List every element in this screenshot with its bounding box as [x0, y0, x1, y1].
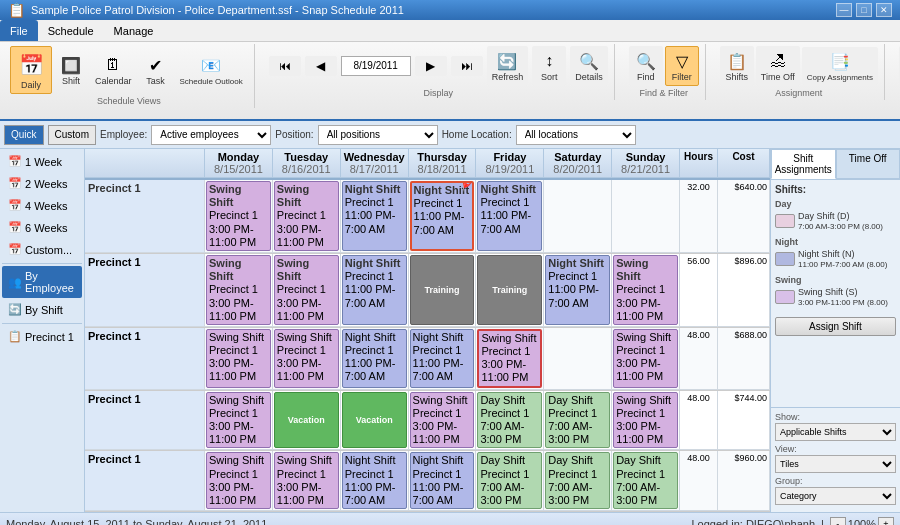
shift-mon-4[interactable]: Swing ShiftPrecinct 13:00 PM-11:00 PM	[205, 391, 273, 451]
minimize-btn[interactable]: —	[836, 3, 852, 17]
shift-thu-4[interactable]: Swing ShiftPrecinct 13:00 PM-11:00 PM	[409, 391, 477, 451]
sidebar-item-precinct1[interactable]: 📋 Precinct 1	[2, 326, 82, 347]
swing-legend-section: Swing Swing Shift (S)3:00 PM-11:00 PM (8…	[775, 275, 896, 307]
hours-3: 48.00	[680, 328, 718, 390]
shift-sat-1[interactable]	[544, 180, 612, 253]
menu-file[interactable]: File	[0, 20, 38, 41]
shift-wed-1[interactable]: Night ShiftPrecinct 111:00 PM-7:00 AM	[341, 180, 409, 253]
swing-shift-legend-item: Swing Shift (S)3:00 PM-11:00 PM (8.00)	[775, 287, 896, 307]
btn-copy-assignments[interactable]: 📑 Copy Assignments	[802, 47, 878, 86]
shift-sat-5[interactable]: Day ShiftPrecinct 17:00 AM-3:00 PM	[544, 451, 612, 511]
shift-sun-3[interactable]: Swing ShiftPrecinct 13:00 PM-11:00 PM	[612, 328, 680, 390]
position-dropdown[interactable]: All positions	[318, 125, 438, 145]
find-icon: 🔍	[634, 49, 658, 73]
schedule-grid-container: Monday 8/15/2011 Tuesday 8/16/2011 Wedne…	[85, 149, 770, 512]
shift-thu-5[interactable]: Night ShiftPrecinct 111:00 PM-7:00 AM	[409, 451, 477, 511]
btn-filter[interactable]: ▽ Filter	[665, 46, 699, 86]
group-label: Group:	[775, 476, 896, 486]
zoom-out-btn[interactable]: -	[830, 517, 846, 526]
btn-next[interactable]: ▶	[415, 56, 447, 76]
btn-details[interactable]: 🔍 Details	[570, 46, 608, 86]
btn-task[interactable]: ✔ Task	[139, 50, 173, 90]
task-icon: ✔	[144, 53, 168, 77]
group-dropdown[interactable]: Category	[775, 487, 896, 505]
shift-wed-2[interactable]: Night ShiftPrecinct 111:00 PM-7:00 AM	[341, 254, 409, 327]
employee-cell: Precinct 1	[85, 180, 205, 253]
btn-prev[interactable]: ◀	[305, 56, 337, 76]
btn-refresh[interactable]: 🔄 Refresh	[487, 46, 529, 86]
menu-schedule[interactable]: Schedule	[38, 20, 104, 41]
btn-calendar[interactable]: 🗓 Calendar	[90, 50, 137, 90]
menu-manage[interactable]: Manage	[104, 20, 164, 41]
shift-thu-3[interactable]: Night ShiftPrecinct 111:00 PM-7:00 AM	[409, 328, 477, 390]
zoom-in-btn[interactable]: +	[878, 517, 894, 526]
btn-schedule-outlook[interactable]: 📧 Schedule Outlook	[175, 51, 248, 90]
tab-time-off[interactable]: Time Off	[836, 149, 901, 179]
sidebar-item-2weeks[interactable]: 📅 2 Weeks	[2, 173, 82, 194]
sidebar-item-byemployee[interactable]: 👥 By Employee	[2, 266, 82, 298]
shift-thu-2[interactable]: Training	[409, 254, 477, 327]
daily-icon: 📅	[15, 49, 47, 81]
btn-sort[interactable]: ↕ Sort	[532, 46, 566, 86]
employee-label: Employee:	[100, 129, 147, 140]
shift-wed-4[interactable]: Vacation	[341, 391, 409, 451]
shift-sun-5[interactable]: Day ShiftPrecinct 17:00 AM-3:00 PM	[612, 451, 680, 511]
precinct-icon: 📋	[8, 330, 22, 343]
shift-fri-4[interactable]: Day ShiftPrecinct 17:00 AM-3:00 PM	[476, 391, 544, 451]
sidebar-item-4weeks[interactable]: 📅 4 Weeks	[2, 195, 82, 216]
shift-sun-2[interactable]: Swing ShiftPrecinct 13:00 PM-11:00 PM	[612, 254, 680, 327]
sidebar-item-custom[interactable]: 📅 Custom...	[2, 239, 82, 260]
shift-sat-2[interactable]: Night ShiftPrecinct 111:00 PM-7:00 AM	[544, 254, 612, 327]
btn-first[interactable]: ⏮	[269, 56, 301, 76]
shift-sat-3[interactable]	[544, 328, 612, 390]
shift-tue-1[interactable]: Swing ShiftPrecinct 13:00 PM-11:00 PM	[273, 180, 341, 253]
sidebar-item-1week[interactable]: 📅 1 Week	[2, 151, 82, 172]
btn-quick[interactable]: Quick	[4, 125, 44, 145]
btn-daily[interactable]: 📅 Daily	[10, 46, 52, 94]
header-hours: Hours	[680, 149, 718, 178]
sidebar-item-6weeks[interactable]: 📅 6 Weeks	[2, 217, 82, 238]
shift-fri-3[interactable]: Swing ShiftPrecinct 13:00 PM-11:00 PM	[476, 328, 544, 390]
ribbon-shifts: 📋 Shifts 🏖 Time Off 📑 Copy Assignments A…	[714, 44, 885, 100]
night-shift-legend-item: Night Shift (N)11:00 PM-7:00 AM (8.00)	[775, 249, 896, 269]
grid-body[interactable]: Precinct 1 Swing ShiftPrecinct 13:00 PM-…	[85, 180, 770, 512]
shift-mon-5[interactable]: Swing ShiftPrecinct 13:00 PM-11:00 PM	[205, 451, 273, 511]
btn-find[interactable]: 🔍 Find	[629, 46, 663, 86]
homeloc-dropdown[interactable]: All locations	[516, 125, 636, 145]
table-row: Precinct 1 Swing ShiftPrecinct 13:00 PM-…	[85, 328, 770, 391]
shift-mon-2[interactable]: Swing ShiftPrecinct 13:00 PM-11:00 PM	[205, 254, 273, 327]
shift-sun-4[interactable]: Swing ShiftPrecinct 13:00 PM-11:00 PM	[612, 391, 680, 451]
shift-fri-1[interactable]: Night ShiftPrecinct 111:00 PM-7:00 AM	[476, 180, 544, 253]
close-btn[interactable]: ✕	[876, 3, 892, 17]
shift-tue-3[interactable]: Swing ShiftPrecinct 13:00 PM-11:00 PM	[273, 328, 341, 390]
shift-thu-1[interactable]: Night ShiftPrecinct 111:00 PM-7:00 AM🚩	[409, 180, 477, 253]
view-dropdown[interactable]: Tiles	[775, 455, 896, 473]
shift-mon-1[interactable]: Swing ShiftPrecinct 13:00 PM-11:00 PM	[205, 180, 273, 253]
shift-sun-1[interactable]	[612, 180, 680, 253]
shift-mon-3[interactable]: Swing ShiftPrecinct 13:00 PM-11:00 PM	[205, 328, 273, 390]
app-title: Sample Police Patrol Division - Police D…	[31, 4, 404, 16]
shift-tue-4[interactable]: Vacation	[273, 391, 341, 451]
header-sat: Saturday 8/20/2011	[544, 149, 612, 178]
date-input[interactable]	[341, 56, 411, 76]
shift-fri-2[interactable]: Training	[476, 254, 544, 327]
show-dropdown[interactable]: Applicable Shifts	[775, 423, 896, 441]
sidebar-item-byshift[interactable]: 🔄 By Shift	[2, 299, 82, 320]
btn-timeoff[interactable]: 🏖 Time Off	[756, 46, 800, 86]
header-fri: Friday 8/19/2011	[476, 149, 544, 178]
btn-shifts[interactable]: 📋 Shifts	[720, 46, 754, 86]
shift-wed-3[interactable]: Night ShiftPrecinct 111:00 PM-7:00 AM	[341, 328, 409, 390]
assign-shift-btn[interactable]: Assign Shift	[775, 317, 896, 336]
shift-tue-5[interactable]: Swing ShiftPrecinct 13:00 PM-11:00 PM	[273, 451, 341, 511]
shift-sat-4[interactable]: Day ShiftPrecinct 17:00 AM-3:00 PM	[544, 391, 612, 451]
tab-shift-assignments[interactable]: Shift Assignments	[771, 149, 836, 179]
shift-tue-2[interactable]: Swing ShiftPrecinct 13:00 PM-11:00 PM	[273, 254, 341, 327]
shift-wed-5[interactable]: Night ShiftPrecinct 111:00 PM-7:00 AM	[341, 451, 409, 511]
btn-last[interactable]: ⏭	[451, 56, 483, 76]
ribbon-nav: ⏮ ◀ ▶ ⏭ 🔄 Refresh ↕ Sort 🔍 Details Displ…	[263, 44, 615, 100]
btn-custom[interactable]: Custom	[48, 125, 96, 145]
maximize-btn[interactable]: □	[856, 3, 872, 17]
btn-shift[interactable]: 🔲 Shift	[54, 50, 88, 90]
employee-dropdown[interactable]: Active employees	[151, 125, 271, 145]
shift-fri-5[interactable]: Day ShiftPrecinct 17:00 AM-3:00 PM	[476, 451, 544, 511]
